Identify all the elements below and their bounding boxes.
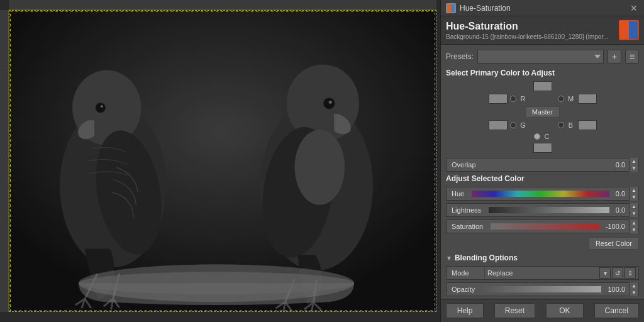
overlap-arrows: ▲ ▼ bbox=[629, 158, 638, 172]
svg-rect-18 bbox=[629, 21, 638, 39]
svg-rect-16 bbox=[451, 4, 455, 12]
panel-content: Presets: + ≡ Select Primary Color to Adj… bbox=[441, 45, 644, 299]
presets-select[interactable] bbox=[477, 50, 604, 64]
reset-button[interactable]: Reset bbox=[494, 303, 535, 318]
saturation-down-arrow[interactable]: ▼ bbox=[630, 226, 638, 233]
radio-b[interactable] bbox=[558, 122, 564, 128]
overlap-down-arrow[interactable]: ▼ bbox=[630, 165, 638, 172]
help-button[interactable]: Help bbox=[446, 303, 484, 318]
mode-row: Mode Replace ▾ ↺ ⇕ bbox=[446, 266, 639, 280]
opacity-arrows: ▲ ▼ bbox=[629, 282, 638, 296]
mode-arrows-button[interactable]: ⇕ bbox=[625, 267, 636, 279]
saturation-row: Saturation -100.0 ▲ ▼ bbox=[446, 219, 639, 233]
canvas-image bbox=[9, 10, 436, 312]
color-g-swatch bbox=[489, 120, 508, 130]
opacity-down-arrow[interactable]: ▼ bbox=[630, 289, 638, 296]
right-panel: Hue-Saturation ✕ Hue-Saturation Backgrou… bbox=[440, 0, 644, 322]
radio-c[interactable] bbox=[534, 133, 540, 140]
dialog-header: Hue-Saturation Background-15 ([rainbow-l… bbox=[441, 16, 644, 45]
lightness-value: 0.0 bbox=[612, 206, 629, 214]
svg-point-4 bbox=[101, 105, 103, 108]
blending-toggle[interactable]: ▼ Blending Options bbox=[446, 253, 639, 262]
opacity-up-arrow[interactable]: ▲ bbox=[630, 282, 638, 289]
hue-up-arrow[interactable]: ▲ bbox=[630, 187, 638, 194]
parrot-scene bbox=[9, 11, 436, 311]
svg-point-8 bbox=[323, 97, 335, 109]
cancel-button[interactable]: Cancel bbox=[594, 303, 639, 318]
opacity-value: 100.0 bbox=[604, 286, 629, 293]
color-r-swatch bbox=[489, 94, 508, 104]
overlap-up-arrow[interactable]: ▲ bbox=[630, 158, 638, 165]
color-top-swatch bbox=[533, 81, 552, 91]
presets-label: Presets: bbox=[446, 52, 474, 61]
blending-section-label: Blending Options bbox=[455, 253, 518, 262]
mode-cycle-button[interactable]: ↺ bbox=[612, 267, 623, 279]
ok-button[interactable]: OK bbox=[546, 303, 584, 318]
opacity-row: Opacity 100.0 ▲ ▼ bbox=[446, 282, 639, 296]
primary-color-section-label: Select Primary Color to Adjust bbox=[446, 69, 639, 77]
svg-point-9 bbox=[329, 101, 332, 104]
presets-menu-button[interactable]: ≡ bbox=[625, 50, 639, 64]
color-g-label: G bbox=[519, 121, 528, 129]
reset-color-button[interactable]: Reset Color bbox=[589, 237, 639, 250]
dialog-icon-small bbox=[446, 3, 456, 13]
title-bar: Hue-Saturation ✕ bbox=[441, 0, 644, 16]
color-bottom-swatch bbox=[533, 143, 552, 153]
color-r-label: R bbox=[519, 95, 528, 103]
mode-select-area: Replace ▾ ↺ ⇕ bbox=[484, 267, 638, 279]
adjust-section: Adjust Selected Color Hue 0.0 ▲ ▼ Lightn… bbox=[446, 174, 639, 250]
hue-row: Hue 0.0 ▲ ▼ bbox=[446, 187, 639, 201]
presets-add-button[interactable]: + bbox=[608, 50, 621, 64]
hue-label: Hue bbox=[447, 190, 469, 197]
lightness-arrows: ▲ ▼ bbox=[629, 203, 638, 217]
dialog-title: Hue-Saturation bbox=[446, 21, 608, 32]
color-row-r: R M bbox=[489, 94, 597, 104]
close-button[interactable]: ✕ bbox=[629, 3, 639, 13]
lightness-down-arrow[interactable]: ▼ bbox=[630, 210, 638, 217]
saturation-value: -100.0 bbox=[602, 223, 629, 230]
ruler-top bbox=[9, 0, 436, 10]
lightness-up-arrow[interactable]: ▲ bbox=[630, 203, 638, 210]
hue-down-arrow[interactable]: ▼ bbox=[630, 194, 638, 201]
dialog-subtitle: Background-15 ([rainbow-lorikeets-686100… bbox=[446, 33, 608, 40]
svg-point-11 bbox=[295, 130, 345, 205]
mode-dropdown-button[interactable]: ▾ bbox=[599, 267, 611, 279]
radio-m[interactable] bbox=[558, 96, 564, 102]
saturation-label: Saturation bbox=[447, 223, 488, 230]
opacity-label: Opacity bbox=[447, 286, 480, 293]
mode-icons: ▾ ↺ ⇕ bbox=[599, 267, 636, 279]
overlap-row: Overlap 0.0 ▲ ▼ bbox=[446, 158, 639, 172]
lightness-row: Lightness 0.0 ▲ ▼ bbox=[446, 203, 639, 217]
hue-arrows: ▲ ▼ bbox=[629, 187, 638, 201]
svg-point-13 bbox=[79, 272, 354, 294]
color-c-label: C bbox=[543, 133, 552, 140]
hue-value: 0.0 bbox=[612, 190, 629, 197]
adjust-section-label: Adjust Selected Color bbox=[446, 174, 639, 183]
color-grid: R M Master G B bbox=[446, 81, 639, 153]
dialog-icon bbox=[619, 20, 639, 40]
svg-rect-15 bbox=[447, 4, 451, 12]
blending-section: ▼ Blending Options Mode Replace ▾ ↺ ⇕ Op… bbox=[446, 253, 639, 296]
svg-rect-17 bbox=[620, 21, 629, 39]
master-button[interactable]: Master bbox=[525, 106, 560, 118]
radio-r[interactable] bbox=[510, 96, 516, 102]
color-b-swatch bbox=[578, 120, 597, 130]
overlap-value: 0.0 bbox=[612, 161, 629, 169]
lightness-label: Lightness bbox=[447, 206, 486, 214]
color-m-swatch bbox=[578, 94, 597, 104]
color-row-gb: G B bbox=[489, 120, 597, 130]
color-row-master: Master bbox=[525, 106, 560, 118]
presets-row: Presets: + ≡ bbox=[446, 50, 639, 64]
saturation-up-arrow[interactable]: ▲ bbox=[630, 219, 638, 226]
color-b-label: B bbox=[567, 121, 575, 129]
color-row-c: C bbox=[534, 133, 552, 140]
radio-g[interactable] bbox=[510, 122, 516, 128]
canvas-area bbox=[0, 0, 440, 322]
window-title: Hue-Saturation bbox=[460, 4, 511, 13]
svg-point-3 bbox=[96, 103, 106, 113]
color-m-label: M bbox=[567, 95, 575, 103]
overlap-label: Overlap bbox=[447, 161, 481, 169]
saturation-arrows: ▲ ▼ bbox=[629, 219, 638, 233]
mode-value: Replace bbox=[487, 269, 513, 277]
mode-label: Mode bbox=[447, 269, 484, 277]
